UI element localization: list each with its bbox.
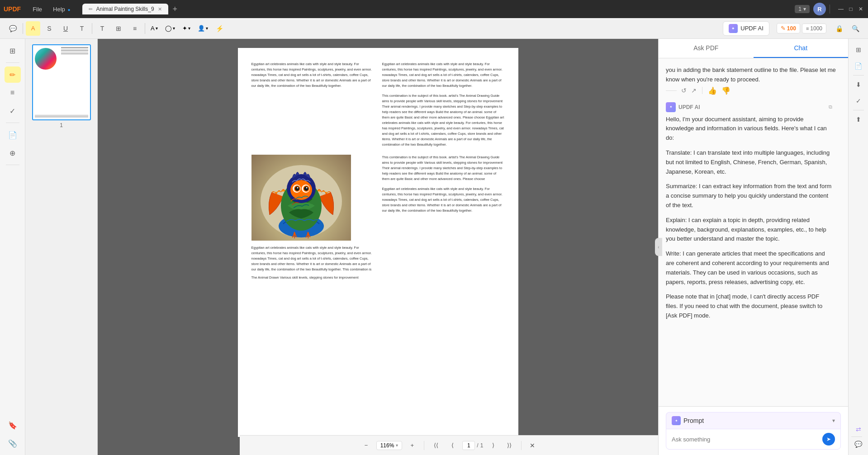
ai-response-prev-text: you in adding the bank statement outline… bbox=[666, 66, 841, 85]
toolbar-shape-btn[interactable]: ◯ ▾ bbox=[162, 23, 178, 33]
frs-icon-upload[interactable]: ⬆ bbox=[851, 112, 866, 127]
ai-panel: ‹ Ask PDF Chat you in adding the bank st… bbox=[658, 39, 848, 455]
page-prev-btn[interactable]: ⟨ bbox=[446, 439, 459, 452]
zoom-in-button[interactable]: + bbox=[406, 439, 418, 452]
sidebar-icon-layers[interactable]: ⊕ bbox=[5, 145, 21, 161]
ai-send-button[interactable]: ➤ bbox=[822, 433, 835, 446]
toolbar-sep3 bbox=[145, 23, 145, 34]
ai-prompt-chevron[interactable]: ▾ bbox=[832, 417, 835, 424]
frs-icon-grid[interactable]: ⊞ bbox=[851, 43, 866, 57]
ai-regen-button[interactable]: ↺ bbox=[681, 87, 687, 94]
zoom-out-button[interactable]: − bbox=[360, 439, 373, 452]
doc-row-1: Egyptian art celebrates animals like cat… bbox=[251, 62, 505, 147]
page-current-input[interactable] bbox=[462, 441, 475, 450]
toolbar-area-btn[interactable]: ⊞ bbox=[111, 21, 126, 36]
sidebar-icon-edit[interactable]: ✏ bbox=[5, 66, 21, 83]
tab-bar: ✏ Animal Painting Skills_9 ✕ + bbox=[82, 4, 792, 14]
collapse-handle[interactable]: ‹ bbox=[655, 238, 662, 256]
frs-icon-chat[interactable]: 💬 bbox=[851, 437, 866, 451]
toolbar-color-btn[interactable]: A ▾ bbox=[148, 23, 161, 33]
ai-sender-name: UPDF AI bbox=[678, 104, 700, 110]
doc-row-2: Egyptian art celebrates animals like cat… bbox=[251, 155, 505, 280]
ai-copy-icon[interactable]: ⧉ bbox=[829, 104, 832, 110]
ai-input-field[interactable] bbox=[672, 436, 819, 443]
page-next-btn[interactable]: ⟩ bbox=[487, 439, 499, 452]
tab-chat[interactable]: Chat bbox=[754, 39, 849, 58]
menu-help[interactable]: Help ● bbox=[48, 4, 75, 14]
toolbar-strikethrough-btn[interactable]: S bbox=[42, 21, 57, 36]
tab-close-button[interactable]: ✕ bbox=[158, 6, 162, 12]
toolbar-eraser-btn[interactable]: ⚡ bbox=[213, 21, 227, 36]
ai-dislike-button[interactable]: 👎 bbox=[721, 86, 730, 95]
tab-ask-pdf[interactable]: Ask PDF bbox=[659, 39, 754, 58]
sidebar-icon-list[interactable]: ≡ bbox=[5, 85, 21, 101]
zoom-display[interactable]: 116% ▾ bbox=[376, 441, 403, 450]
maximize-button[interactable]: □ bbox=[847, 5, 854, 13]
toolbar-text2-btn[interactable]: T bbox=[95, 21, 109, 36]
titlebar-menus: File Help ● bbox=[28, 4, 75, 14]
doc-text-col1-para3: The Animal Drawn Various skill levels, s… bbox=[251, 275, 374, 280]
doc-image-col: Egyptian art celebrates animals like cat… bbox=[251, 155, 374, 280]
page-last-btn[interactable]: ⟩⟩ bbox=[503, 439, 516, 452]
toolbar-lock-btn[interactable]: 🔒 bbox=[832, 21, 846, 36]
page-number-badge[interactable]: 1 ▾ bbox=[795, 5, 810, 13]
titlebar-right: 1 ▾ R — □ ✕ bbox=[795, 3, 864, 15]
toolbar-comment-btn[interactable]: 💬 bbox=[5, 21, 20, 36]
sidebar-divider3 bbox=[6, 165, 19, 165]
toolbar-layout-btn[interactable]: ≡ bbox=[128, 21, 142, 36]
doc-text-col2-bottom1: Egyptian art celebrates animals like cat… bbox=[382, 186, 505, 213]
app-logo: UPDF bbox=[4, 5, 21, 13]
ai-share-button[interactable]: ↗ bbox=[691, 87, 697, 94]
frs-icon-download[interactable]: ⬇ bbox=[851, 77, 866, 92]
menu-file[interactable]: File bbox=[28, 4, 47, 14]
toolbar-right-icons: 🔒 🔍 bbox=[832, 21, 863, 36]
sidebar-icon-check[interactable]: ✓ bbox=[5, 103, 21, 119]
user-avatar[interactable]: R bbox=[813, 3, 826, 15]
tab-edit-icon: ✏ bbox=[89, 6, 93, 12]
document-page: Egyptian art celebrates animals like cat… bbox=[238, 48, 518, 437]
toolbar: 💬 A S U T T ⊞ ≡ A ▾ ◯ ▾ ✦ ▾ 👤 ▾ ⚡ ✦ UPDF… bbox=[0, 18, 868, 39]
toolbar-sep2 bbox=[92, 23, 92, 34]
close-button[interactable]: ✕ bbox=[857, 5, 864, 13]
ai-button-icon: ✦ bbox=[729, 24, 738, 33]
ai-prompt-icon: ✦ bbox=[672, 416, 681, 425]
toolbar-underline-btn[interactable]: U bbox=[58, 21, 73, 36]
total-counter: ≡ 1000 bbox=[802, 24, 826, 33]
sidebar-icon-grid[interactable]: ⊞ bbox=[5, 43, 21, 59]
frs-icon-page[interactable]: 📄 bbox=[851, 59, 866, 73]
toolbar-person-btn[interactable]: 👤 ▾ bbox=[195, 23, 211, 33]
minimize-button[interactable]: — bbox=[837, 5, 844, 13]
sidebar-icon-attachment[interactable]: 📎 bbox=[5, 435, 21, 451]
thumbnail-image bbox=[32, 44, 91, 120]
tab-document[interactable]: ✏ Animal Painting Skills_9 ✕ bbox=[82, 4, 168, 14]
ai-prompt-header[interactable]: ✦ Prompt ▾ bbox=[666, 412, 841, 429]
doc-text-col1-para2: Egyptian art celebrates animals like cat… bbox=[251, 245, 374, 272]
titlebar-separator bbox=[830, 5, 830, 14]
ai-prompt-label: Prompt bbox=[683, 417, 830, 424]
ai-panel-tabs: Ask PDF Chat bbox=[659, 39, 848, 58]
thumbnail-page-1[interactable]: 1 bbox=[31, 44, 92, 128]
sidebar-icon-bookmark[interactable]: 🔖 bbox=[5, 417, 21, 433]
svg-point-11 bbox=[297, 187, 298, 188]
thumbnail-page-num: 1 bbox=[60, 122, 63, 128]
toolbar-text-btn[interactable]: T bbox=[75, 21, 89, 36]
help-dot: ● bbox=[67, 7, 70, 12]
close-bottom-toolbar-btn[interactable]: ✕ bbox=[527, 440, 538, 451]
page-first-btn[interactable]: ⟨⟨ bbox=[430, 439, 442, 452]
toolbar-stamp-btn[interactable]: ✦ ▾ bbox=[180, 23, 193, 33]
ai-like-button[interactable]: 👍 bbox=[708, 86, 717, 95]
ai-button[interactable]: ✦ UPDF AI bbox=[723, 21, 769, 36]
sidebar-icon-page[interactable]: 📄 bbox=[5, 127, 21, 143]
document-area[interactable]: Egyptian art celebrates animals like cat… bbox=[98, 39, 658, 455]
svg-point-9 bbox=[295, 186, 299, 191]
left-sidebar: ⊞ ✏ ≡ ✓ 📄 ⊕ 🔖 📎 bbox=[0, 39, 25, 455]
frs-icon-swap[interactable]: ⇄ bbox=[851, 422, 866, 436]
tab-add-button[interactable]: + bbox=[170, 5, 180, 14]
bottom-sep2 bbox=[521, 441, 522, 450]
toolbar-highlight-btn[interactable]: A bbox=[26, 21, 40, 36]
toolbar-search-btn[interactable]: 🔍 bbox=[848, 21, 863, 36]
frs-icon-check[interactable]: ✓ bbox=[851, 94, 866, 108]
svg-point-12 bbox=[306, 187, 307, 188]
zoom-dropdown-icon: ▾ bbox=[396, 443, 398, 448]
svg-point-10 bbox=[304, 186, 308, 191]
